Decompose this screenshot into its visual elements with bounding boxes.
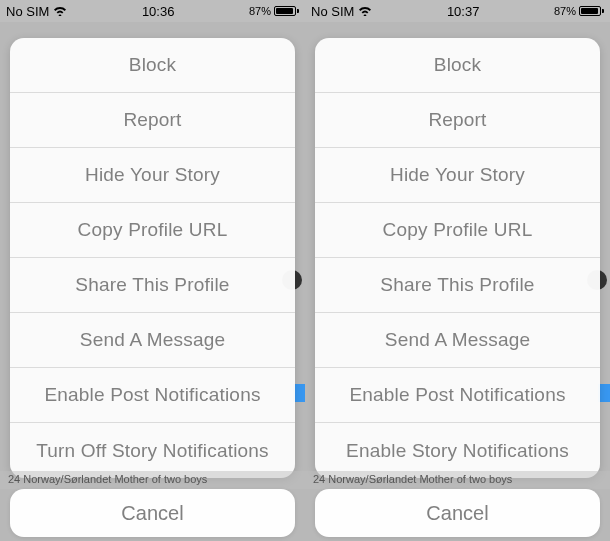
wifi-icon [358, 4, 372, 19]
cancel-button[interactable]: Cancel [10, 489, 295, 537]
clock-text: 10:36 [142, 4, 175, 19]
wifi-icon [53, 4, 67, 19]
status-bar: No SIM 10:37 87% [305, 0, 610, 22]
menu-enable-post-notif[interactable]: Enable Post Notifications [10, 368, 295, 423]
cancel-button[interactable]: Cancel [315, 489, 600, 537]
battery-pct: 87% [249, 5, 271, 17]
action-sheet: Block Report Hide Your Story Copy Profil… [10, 38, 295, 478]
menu-turn-off-story-notif[interactable]: Turn Off Story Notifications [10, 423, 295, 478]
menu-enable-story-notif[interactable]: Enable Story Notifications [315, 423, 600, 478]
menu-block[interactable]: Block [10, 38, 295, 93]
battery-pct: 87% [554, 5, 576, 17]
menu-send-message[interactable]: Send A Message [10, 313, 295, 368]
menu-share-profile[interactable]: Share This Profile [315, 258, 600, 313]
menu-enable-post-notif[interactable]: Enable Post Notifications [315, 368, 600, 423]
menu-send-message[interactable]: Send A Message [315, 313, 600, 368]
battery-icon [579, 6, 604, 16]
menu-copy-url[interactable]: Copy Profile URL [10, 203, 295, 258]
battery-icon [274, 6, 299, 16]
menu-hide-story[interactable]: Hide Your Story [10, 148, 295, 203]
carrier-text: No SIM [6, 4, 49, 19]
bg-profile-text: 24 Norway/Sørlandet Mother of two boys [0, 471, 305, 489]
menu-share-profile[interactable]: Share This Profile [10, 258, 295, 313]
status-bar: No SIM 10:36 87% [0, 0, 305, 22]
carrier-text: No SIM [311, 4, 354, 19]
phone-right: No SIM 10:37 87% Block Report Hide Your … [305, 0, 610, 541]
bg-profile-text: 24 Norway/Sørlandet Mother of two boys [305, 471, 610, 489]
menu-copy-url[interactable]: Copy Profile URL [315, 203, 600, 258]
menu-hide-story[interactable]: Hide Your Story [315, 148, 600, 203]
menu-report[interactable]: Report [315, 93, 600, 148]
clock-text: 10:37 [447, 4, 480, 19]
phone-left: No SIM 10:36 87% Block Report Hide Your … [0, 0, 305, 541]
action-sheet: Block Report Hide Your Story Copy Profil… [315, 38, 600, 478]
menu-report[interactable]: Report [10, 93, 295, 148]
menu-block[interactable]: Block [315, 38, 600, 93]
